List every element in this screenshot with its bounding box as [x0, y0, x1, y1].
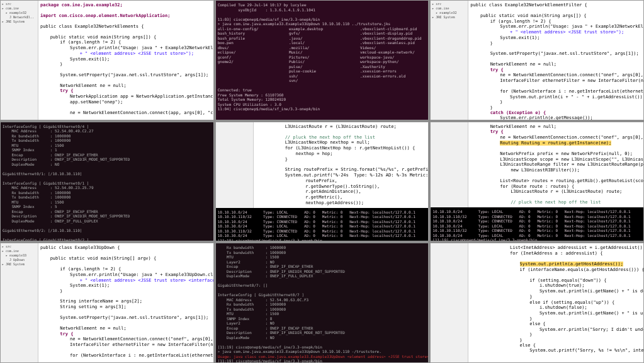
- code-out-up: System.out.println(i.getName() + " is up…: [539, 311, 643, 316]
- project-tree[interactable]: ▸ src▸ com.ine ▸ example32 J NetworkEl..…: [1, 1, 38, 120]
- code-if: if (args.length != 2) {: [60, 40, 121, 45]
- project-tree-9[interactable]: [431, 243, 468, 362]
- code-try: try {: [490, 129, 504, 134]
- code-ne-null: NetworkElement ne = null;: [490, 62, 556, 67]
- route-output-6[interactable]: 10.10.10.0/24 Type: LOCAL AD: 0 Metric: …: [431, 207, 643, 241]
- code-editor-6[interactable]: NetworkElement ne = null; try { ne = Net…: [468, 122, 643, 207]
- code-for: for (InetAddress a : addressList) {: [510, 251, 603, 256]
- code-for1: for (NetworkInterface i : ne.getInterfac…: [70, 353, 213, 358]
- code-if-down: if (setting.equals("down")) {: [529, 278, 606, 283]
- prompt-8b: [11:19] cisco@onep$/media/sf_ine/3.3-one…: [218, 359, 427, 362]
- code-ne-null: NetworkElement ne = null;: [490, 124, 556, 129]
- code-arg5: nexthop.getAddress());: [295, 200, 364, 205]
- code-main: public static void main(String[] argv) {: [50, 256, 157, 261]
- code-editor-7[interactable]: public class Example33UpDown { public st…: [38, 243, 213, 362]
- iface-ip: GigabitEthernet0/7: []: [218, 283, 427, 288]
- code-for-hop: for (L3UnicastNextHop hop : r.getNextHop…: [285, 146, 415, 151]
- code-arg3: r.getAdminDistance(),: [295, 189, 361, 194]
- info-connected: Connected: true: [218, 88, 427, 93]
- tile-5-split: L3UnicastRoute r = (L3UnicastRoute) rout…: [215, 122, 429, 242]
- iface-hdr-2: InterfaceConfig [ GigabitEthernet0/1 ]: [3, 181, 212, 186]
- code-cast: L3UnicastRoute r = (L3UnicastRoute) rout…: [285, 124, 397, 129]
- code-ne-conn: ne = NetworkElementConnection.connect(ap…: [70, 110, 213, 115]
- code-try: try {: [490, 67, 504, 72]
- ls-output: all-in-one-config/bash_historybash_profi…: [218, 26, 427, 83]
- code-range2: new L3UnicastRIBFilter());: [500, 168, 579, 173]
- code-try: try {: [60, 331, 73, 337]
- compile-line: Compiled Tue 29-Jul-14 10:17 by lucylee: [218, 3, 427, 8]
- code-app-name: app.setName("onep");: [70, 100, 123, 105]
- iface-hdr-3: InterfaceConfig [ GigabitEthernet0/2 ]: [3, 238, 212, 241]
- code-comment: // pluck the next hop off the list: [500, 200, 601, 205]
- code-scope: L3UnicastScope scope = new L3UnicastScop…: [500, 157, 643, 162]
- code-highlighted: System.out.println(a.getHostAddress());: [520, 262, 623, 267]
- code-cast: L3UnicastRoute r = (L3UnicastRoute) rout…: [500, 189, 622, 194]
- code-comment: // pluck the next hop off the list: [285, 135, 375, 140]
- code-if: if (args.length != 2) {: [490, 19, 551, 24]
- code-err2: + " <element address> <JSSE trust store>…: [80, 278, 213, 283]
- iface-hdr-1: InterfaceConfig [ GigabitEthernet0/4 ]: [3, 124, 212, 129]
- code-editor[interactable]: package com.ine.java.example32; import c…: [38, 1, 213, 120]
- code-ifacename: String interfaceName = args[2];: [60, 299, 142, 304]
- code-exit: System.exit(1);: [70, 57, 110, 62]
- code-editor-5[interactable]: L3UnicastRoute r = (L3UnicastRoute) rout…: [254, 122, 429, 208]
- code-shutdown-false: i.shutdown(false);: [539, 305, 587, 310]
- info-totalmem: Total System Memory: 128024920: [218, 97, 427, 102]
- code-routes: List<Route> routes = routing.getRib().ge…: [500, 178, 643, 183]
- interface-config-output[interactable]: InterfaceConfig [ GigabitEthernet0/4 ] M…: [1, 122, 213, 241]
- project-tree-3[interactable]: ▸ src▸ com.ine ▸ example32▸ JRE System: [431, 1, 468, 120]
- iface-hdr: InterfaceConfig [ GigabitEthernet0/7 ]: [218, 292, 427, 297]
- code-editor-3[interactable]: public class Example32NetworkElementFilt…: [468, 1, 643, 120]
- interface-config-output-8[interactable]: Rx bandwidth : 1000000 Tx bandwidth : 10…: [216, 243, 429, 362]
- tile-2-terminal: Compiled Tue 29-Jul-14 10:17 by lucylee …: [215, 0, 429, 120]
- code-stub: System.out.println(i + " - " + i.getAddr…: [510, 95, 643, 100]
- code-exit: System.exit(1);: [500, 35, 539, 40]
- code-elseif-up: else if (setting.equals("up")) {: [529, 300, 614, 305]
- code-class: public class Example32NetworkElements {: [40, 24, 144, 29]
- code-setprop: System.setProperty("javax.net.ssl.trustS…: [60, 315, 208, 320]
- tile-7-ide: ▸ src▸ com.ine ▸ example33 J UpDown▸ JRE…: [0, 243, 214, 363]
- code-prefix: NetworkPrefix prefix = new NetworkPrefix…: [500, 151, 633, 156]
- code-try: try {: [60, 88, 73, 93]
- code-else2: else {: [520, 343, 536, 348]
- code-brace: }: [529, 294, 532, 299]
- project-tree-5[interactable]: [216, 122, 254, 208]
- code-main: public static void main(String args[]) {: [50, 35, 157, 40]
- project-tree-6[interactable]: [431, 122, 468, 207]
- code-printf: System.out.printf("%-24s Type: %-12s AD:…: [285, 173, 429, 178]
- terminal-output[interactable]: Compiled Tue 29-Jul-14 10:17 by lucylee …: [216, 1, 429, 120]
- code-catch: catch (Exception e) {: [490, 110, 546, 115]
- code-arg2: r.getOwnerType().toString(),: [295, 184, 380, 189]
- prompt-2: 11:04] cisco@onep$/media/sf_ine/3.3-onep…: [218, 107, 427, 112]
- code-app-get: NetworkApplication app = NetworkApplicat…: [70, 94, 213, 99]
- prompt-1: 11:03] cisco@onep$/media/sf_ine/3.3-onep…: [218, 17, 427, 22]
- code-out-down: System.out.println(i.getName() + " is do…: [539, 289, 643, 294]
- code-for: for (NetworkInterface i : ne.getInterfac…: [500, 89, 643, 94]
- code-ne-conn: ne = NetworkElementConnection.connect("o…: [70, 337, 213, 342]
- code-setprop: System.setProperty("javax.net.ssl.trustS…: [60, 72, 208, 78]
- code-err-unknown: System.err.println("Sorry; I didn't unde…: [539, 327, 643, 332]
- code-catch-body: System.err.println(e.getMessage());: [500, 115, 593, 119]
- code-routing-highlighted: Routing Routing = routing.getInstance(ne…: [500, 141, 611, 146]
- code-import: import com.cisco.onep.element.NetworkApp…: [40, 13, 171, 18]
- java-cmd: > java com.ine.java.example33.Example33U…: [218, 21, 427, 26]
- info-cpu: System CPU Utilization : 3.0: [218, 102, 427, 107]
- code-if: if (args.length != 2) {: [60, 267, 121, 272]
- code-err2: + " <element address> <JSSE trust store>…: [510, 30, 624, 35]
- tile-8-terminal: Rx bandwidth : 1000000 Tx bandwidth : 10…: [215, 243, 429, 363]
- prompt-8: [11:19] cisco@onep$/media/sf_ine/3.3-one…: [218, 345, 427, 350]
- code-package: package com.ine.java.example32;: [40, 3, 123, 8]
- project-tree-7[interactable]: ▸ src▸ com.ine ▸ example33 J UpDown▸ JRE…: [1, 243, 38, 362]
- route-output[interactable]: 10.10.10.0/24 Type: LOCAL AD: 0 Metric: …: [216, 208, 429, 241]
- iface-ip-2: GigabitEthernet0/2: [/10.10.10.110]: [3, 228, 212, 233]
- code-assign-hop: nexthop = hop;: [285, 151, 333, 156]
- code-ne-conn: ne = NetworkElementConnection.connect("o…: [500, 135, 643, 140]
- code-err1: System.err.println("Usage: java " + Exam…: [70, 272, 213, 277]
- code-if-eq: if (interfaceName.equals(a.getHostAddres…: [520, 267, 643, 272]
- tile-6-split: NetworkElement ne = null; try { ne = Net…: [430, 122, 644, 242]
- code-shutdown-true: i.shutdown(true);: [539, 283, 585, 288]
- code-class: public class Example33UpDown {: [40, 245, 120, 250]
- sysobjid: sysObjId : 1.3.6.1.4.1.9.1.1041: [218, 8, 427, 13]
- code-err1: System.err.println("Usage: java " + Exam…: [500, 24, 643, 29]
- code-editor-9[interactable]: List<InetAddress> addressList = i.getAdd…: [468, 243, 643, 362]
